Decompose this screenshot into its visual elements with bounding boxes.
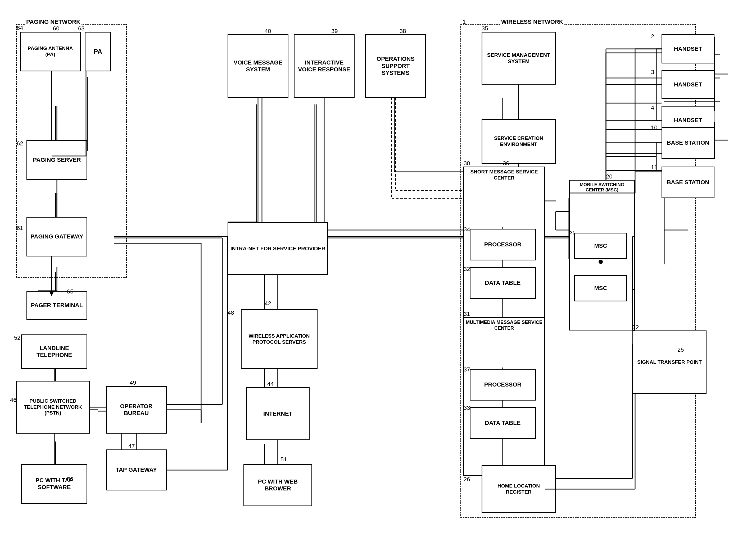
intra-net-box: INTRA-NET FOR SERVICE PROVIDER	[228, 222, 328, 275]
ref-33: 33	[464, 404, 470, 411]
mmsc-processor-box: PROCESSOR	[470, 369, 536, 400]
oss-box: OPERATIONS SUPPORT SYSTEMS	[365, 34, 426, 98]
handset1-box: HANDSET	[662, 34, 715, 63]
internet-box: INTERNET	[246, 387, 310, 440]
ref-42: 42	[265, 300, 271, 307]
service-management-system-box: SERVICE MANAGEMENT SYSTEM	[482, 32, 556, 85]
ref-37: 37	[464, 366, 470, 373]
ref-22: 22	[633, 324, 639, 331]
ref-34: 34	[464, 226, 470, 233]
msc-label: MOBILE SWITCHING CENTER (MSC)	[569, 181, 634, 194]
pa-box: PA	[85, 32, 111, 71]
pager-terminal-box: PAGER TERMINAL	[26, 291, 87, 320]
ref-10: 10	[651, 124, 657, 131]
paging-server-box: PAGING SERVER	[26, 140, 87, 180]
ref-62: 62	[17, 140, 23, 147]
mmsc-label: MULTIMEDIA MESSAGE SERVICE CENTER	[464, 318, 545, 332]
service-creation-env-box: SERVICE CREATION ENVIRONMENT	[482, 119, 556, 164]
ref-38: 38	[399, 28, 406, 35]
ref-30: 30	[464, 160, 470, 167]
ref-3: 3	[651, 69, 654, 76]
ref-31: 31	[464, 311, 470, 317]
paging-network-label: PAGING NETWORK	[25, 18, 82, 25]
ref-36: 36	[503, 160, 509, 167]
mmsc-data-table-box: DATA TABLE	[470, 407, 536, 439]
paging-antenna-box: PAGING ANTENNA (PA)	[20, 32, 81, 71]
ref-26: 26	[464, 476, 470, 483]
ref-32: 32	[464, 266, 470, 272]
paging-gateway-box: PAGING GATEWAY	[26, 217, 87, 256]
ivr-box: INTERACTIVE VOICE RESPONSE	[294, 34, 355, 98]
pc-tap-software-box: PC WITH TAP SOFTWARE	[21, 464, 87, 504]
wireless-network-label: WIRELESS NETWORK	[500, 18, 564, 25]
wap-servers-box: WIRELESS APPLICATION PROTOCOL SERVERS	[241, 309, 317, 369]
ref-44: 44	[267, 381, 274, 388]
ref-64: 64	[17, 25, 23, 32]
ref-63: 63	[78, 25, 84, 32]
ref-2: 2	[651, 33, 654, 40]
ref-61: 61	[17, 225, 23, 232]
msc2-box: MSC	[574, 275, 627, 301]
ref-60: 60	[53, 25, 59, 32]
smsc-label: SHORT MESSAGE SERVICE CENTER	[464, 168, 545, 182]
ref-52: 52	[14, 335, 20, 341]
smsc-processor-box: PROCESSOR	[470, 229, 536, 261]
ref-50: 50	[67, 476, 73, 483]
operator-bureau-box: OPERATOR BUREAU	[106, 386, 167, 434]
smsc-data-table-box: DATA TABLE	[470, 267, 536, 299]
ref-1: 1	[463, 18, 466, 25]
ref-39: 39	[331, 28, 338, 35]
ref-20: 20	[606, 173, 612, 180]
ref-4: 4	[651, 104, 654, 111]
stp-box: SIGNAL TRANSFER POINT	[633, 330, 707, 394]
base-station1-box: BASE STATION	[662, 127, 715, 159]
ref-48: 48	[228, 309, 234, 316]
hlr-box: HOME LOCATION REGISTER	[482, 465, 556, 513]
ref-49: 49	[130, 379, 136, 386]
ref-46: 46	[10, 396, 16, 403]
ref-65: 65	[67, 288, 73, 295]
landline-telephone-box: LANDLINE TELEPHONE	[21, 335, 87, 369]
ref-35: 35	[482, 25, 488, 32]
handset2-box: HANDSET	[662, 70, 715, 99]
pstn-box: PUBLIC SWITCHED TELEPHONE NETWORK (PSTN)	[16, 381, 90, 434]
ref-25: 25	[677, 346, 684, 353]
ref-40: 40	[265, 28, 271, 35]
base-station2-box: BASE STATION	[662, 166, 715, 198]
ref-51: 51	[281, 456, 287, 463]
ref-11: 11	[651, 164, 657, 171]
pc-web-browser-box: PC WITH WEB BROWER	[243, 464, 312, 506]
ref-21: 21	[569, 230, 575, 237]
voice-message-system-box: VOICE MESSAGE SYSTEM	[228, 34, 288, 98]
ref-47: 47	[128, 443, 135, 450]
msc1-box: MSC	[574, 233, 627, 259]
tap-gateway-box: TAP GATEWAY	[106, 449, 167, 491]
